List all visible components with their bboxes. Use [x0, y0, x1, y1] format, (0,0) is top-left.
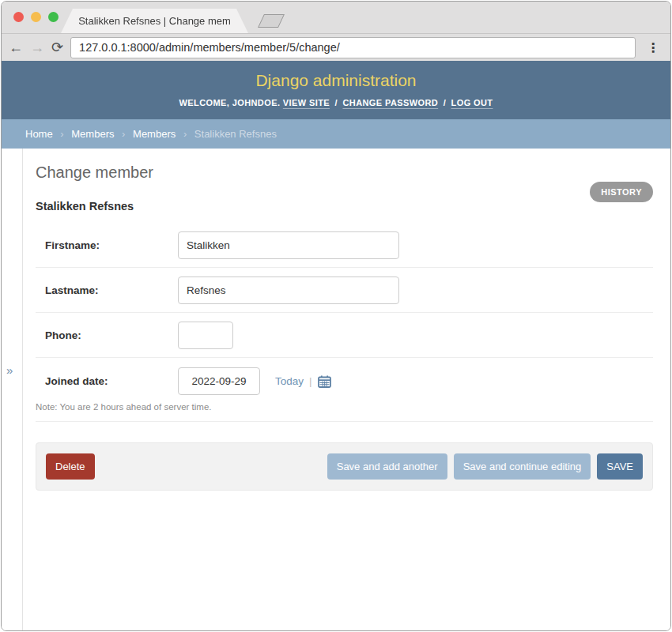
today-link[interactable]: Today [275, 375, 304, 387]
content-area: » Change member HISTORY Stalikken Refsne… [2, 149, 670, 630]
save-continue-button[interactable]: Save and continue editing [454, 453, 591, 480]
firstname-label: Firstname: [45, 239, 178, 251]
breadcrumb-home[interactable]: Home [25, 128, 53, 140]
lastname-input[interactable] [178, 276, 399, 304]
username: JOHNDOE [232, 98, 277, 107]
joined-date-row: Joined date: Today | [36, 358, 653, 422]
lastname-row: Lastname: [36, 268, 653, 313]
breadcrumb-members-app[interactable]: Members [71, 128, 114, 140]
page-title: Change member [36, 164, 653, 182]
main-panel: Change member HISTORY Stalikken Refsnes … [23, 149, 670, 630]
browser-toolbar: ← → ⟳ ⋮ [2, 33, 670, 61]
refresh-icon[interactable]: ⟳ [51, 40, 63, 55]
save-add-another-button[interactable]: Save and add another [327, 453, 447, 480]
save-button-group: Save and add another Save and continue e… [327, 453, 643, 480]
django-header: Django administration WELCOME, JOHNDOE. … [2, 61, 670, 119]
welcome-label: WELCOME, [179, 98, 230, 107]
maximize-window-icon[interactable] [48, 12, 59, 22]
url-input[interactable] [70, 37, 636, 58]
submit-row: Delete Save and add another Save and con… [36, 442, 653, 491]
logout-link[interactable]: LOG OUT [451, 98, 493, 107]
firstname-input[interactable] [178, 231, 399, 259]
change-password-link[interactable]: CHANGE PASSWORD [342, 98, 438, 107]
forward-icon: → [30, 40, 44, 55]
user-tools: WELCOME, JOHNDOE. VIEW SITE / CHANGE PAS… [2, 98, 670, 107]
browser-tab[interactable]: Stalikken Refsnes | Change mem [61, 9, 248, 33]
back-icon[interactable]: ← [9, 40, 23, 55]
history-button[interactable]: HISTORY [590, 182, 653, 202]
firstname-row: Firstname: [36, 223, 653, 268]
server-time-note: Note: You are 2 hours ahead of server ti… [36, 402, 653, 412]
change-form: Firstname: Lastname: Phone: Joined date: [36, 223, 653, 491]
new-tab-button[interactable] [258, 14, 285, 28]
object-title: Stalikken Refsnes [36, 200, 653, 213]
breadcrumb-separator: › [183, 128, 187, 140]
delete-button[interactable]: Delete [46, 453, 95, 480]
window-controls [13, 12, 59, 22]
phone-label: Phone: [45, 329, 178, 341]
lastname-label: Lastname: [45, 284, 178, 296]
shortcut-divider: | [309, 375, 312, 387]
browser-window: Stalikken Refsnes | Change mem ← → ⟳ ⋮ D… [1, 1, 671, 631]
close-window-icon[interactable] [13, 12, 24, 22]
breadcrumb: Home › Members › Members › Stalikken Ref… [2, 119, 670, 149]
joined-date-label: Joined date: [45, 375, 178, 387]
calendar-icon[interactable] [318, 375, 331, 388]
browser-tab-bar: Stalikken Refsnes | Change mem [2, 2, 670, 33]
phone-input[interactable] [178, 322, 233, 349]
joined-date-input[interactable] [178, 367, 260, 395]
link-separator: / [444, 98, 446, 107]
sidebar-toggle-icon[interactable]: » [6, 363, 13, 377]
minimize-window-icon[interactable] [31, 12, 41, 22]
link-separator: / [335, 98, 338, 107]
site-title: Django administration [2, 71, 670, 90]
breadcrumb-separator: › [60, 128, 63, 140]
view-site-link[interactable]: VIEW SITE [283, 98, 330, 107]
browser-menu-icon[interactable]: ⋮ [643, 40, 663, 55]
phone-row: Phone: [36, 313, 653, 358]
tab-title: Stalikken Refsnes | Change mem [78, 15, 231, 27]
save-button[interactable]: SAVE [597, 453, 643, 480]
nav-sidebar-collapsed: » [2, 149, 23, 630]
breadcrumb-current: Stalikken Refsnes [194, 128, 277, 140]
date-shortcuts: Today | [275, 374, 331, 388]
welcome-period: . [277, 98, 280, 107]
breadcrumb-members-model[interactable]: Members [133, 128, 176, 140]
breadcrumb-separator: › [122, 128, 125, 140]
